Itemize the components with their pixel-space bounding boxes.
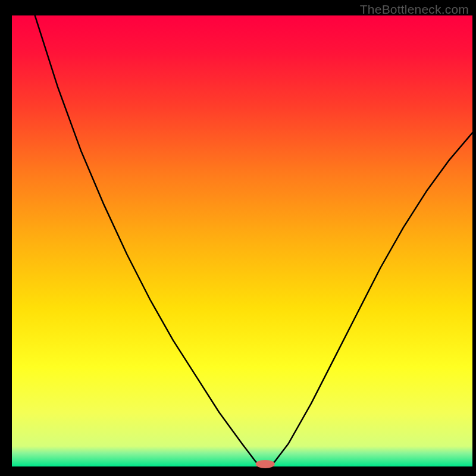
plot-overlay <box>0 0 476 476</box>
optimal-point-marker <box>256 460 275 468</box>
watermark-text: TheBottleneck.com <box>360 2 469 17</box>
chart-canvas: TheBottleneck.com <box>0 0 476 476</box>
bottleneck-curve <box>12 0 472 466</box>
